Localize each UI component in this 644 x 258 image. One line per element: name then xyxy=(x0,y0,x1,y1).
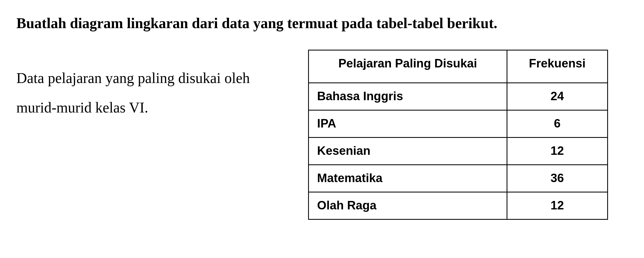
cell-frequency: 24 xyxy=(507,83,607,110)
table-row: Matematika 36 xyxy=(309,165,608,192)
table-row: Bahasa Inggris 24 xyxy=(309,83,608,110)
cell-frequency: 12 xyxy=(507,137,607,165)
instruction-text: Buatlah diagram lingkaran dari data yang… xyxy=(16,11,628,36)
main-row: Data pelajaran yang paling disukai oleh … xyxy=(16,50,628,220)
cell-subject: IPA xyxy=(309,110,507,137)
table-row: Kesenian 12 xyxy=(309,137,608,165)
cell-subject: Kesenian xyxy=(309,137,507,165)
cell-frequency: 36 xyxy=(507,165,607,192)
header-frequency: Frekuensi xyxy=(507,50,607,83)
table-row: IPA 6 xyxy=(309,110,608,137)
content-wrapper: Buatlah diagram lingkaran dari data yang… xyxy=(16,11,628,220)
table-header-row: Pelajaran Paling Disukai Frekuensi xyxy=(309,50,608,83)
header-subject: Pelajaran Paling Disukai xyxy=(309,50,507,83)
cell-subject: Olah Raga xyxy=(309,192,507,219)
cell-frequency: 12 xyxy=(507,192,607,219)
table-row: Olah Raga 12 xyxy=(309,192,608,219)
cell-subject: Bahasa Inggris xyxy=(309,83,507,110)
cell-frequency: 6 xyxy=(507,110,607,137)
frequency-table: Pelajaran Paling Disukai Frekuensi Bahas… xyxy=(308,50,608,220)
cell-subject: Matematika xyxy=(309,165,507,192)
description-text: Data pelajaran yang paling disukai oleh … xyxy=(16,50,275,122)
